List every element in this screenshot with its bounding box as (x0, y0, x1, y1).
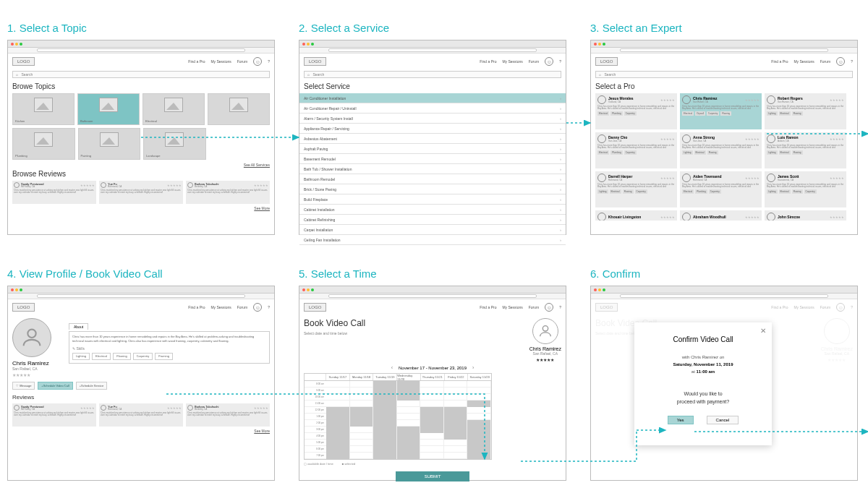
search-input[interactable]: ⌕ Search (595, 71, 853, 78)
topic-painting[interactable]: Painting (78, 128, 141, 160)
service-row[interactable]: Asphalt Paving› (299, 144, 566, 154)
service-row[interactable]: Basement Remodel› (299, 154, 566, 164)
message-button[interactable]: ♡ Message (12, 382, 35, 390)
step-1-label: 1. Select a Topic (7, 22, 87, 34)
expert-card[interactable]: Luis RamonAuburn, CA★★★★★Chris has more … (765, 132, 846, 168)
day-column[interactable] (420, 381, 444, 459)
review-card[interactable]: Barbara TakahashiBerkeley, CA★★★★★Chris … (186, 403, 270, 427)
help-icon[interactable]: ? (559, 305, 561, 309)
review-card[interactable]: Yue FuRichmond, CA★★★★★Chris matched my … (99, 181, 183, 204)
expert-card[interactable]: Jesus MoralesOakland, CA★★★★★Chris has m… (595, 93, 677, 129)
help-icon[interactable]: ? (851, 59, 853, 64)
day-column[interactable] (397, 381, 421, 459)
user-icon[interactable]: ☺ (545, 303, 553, 312)
day-column[interactable] (467, 381, 491, 459)
avatar-icon (682, 213, 691, 221)
expert-card[interactable]: Darrell HarperRichmond, CA★★★★★Chris has… (595, 171, 677, 207)
expert-card[interactable]: Khosair Livingston★★★★★ (595, 210, 677, 221)
next-week-button[interactable]: › (472, 365, 474, 370)
service-row[interactable]: Alarm / Security System Install› (299, 114, 566, 124)
about-tab[interactable]: About (69, 323, 88, 330)
avatar-icon (682, 95, 691, 104)
logo[interactable]: LOGO (595, 57, 618, 66)
help-icon[interactable]: ? (268, 59, 270, 64)
prev-week-button[interactable]: ‹ (391, 365, 393, 370)
help-icon[interactable]: ? (559, 59, 561, 64)
day-header: Wednesday 11/20 (397, 374, 421, 380)
expert-card[interactable]: James ScottSacramento, CA★★★★★Chris has … (765, 171, 846, 207)
service-row[interactable]: Build Fireplace› (299, 194, 566, 205)
review-card[interactable]: Sandy PrestwoodMill Valley, CA★★★★★Chris… (12, 181, 96, 204)
close-icon[interactable]: ✕ (760, 327, 766, 335)
nav-forum[interactable]: Forum (237, 59, 247, 64)
expert-card[interactable]: Danny ChoSan Jose, CA★★★★★Chris has more… (595, 132, 677, 168)
logo[interactable]: LOGO (12, 57, 35, 66)
service-row[interactable]: Carpet Installation› (299, 225, 566, 235)
see-more-link[interactable]: See More (12, 429, 270, 433)
logo[interactable]: LOGO (304, 303, 326, 312)
user-icon[interactable]: ☺ (545, 57, 553, 66)
see-all-services-link[interactable]: See All Services (12, 163, 270, 167)
review-card[interactable]: Barbara TakahashiBerkeley, CA★★★★★Chris … (186, 181, 270, 204)
expert-card[interactable]: Abraham Woodhull★★★★★ (680, 210, 762, 221)
chevron-right-icon: › (560, 137, 561, 141)
calendar-grid[interactable]: Sunday 11/17Monday 11/18Tuesday 11/19Wed… (304, 373, 492, 460)
service-row[interactable]: Bathroom Remodel› (299, 174, 566, 184)
service-row[interactable]: Air Conditioner Repair / Uninstall› (299, 103, 566, 114)
logo[interactable]: LOGO (12, 303, 35, 312)
expert-card[interactable]: Anna StrongSan Jose, CA★★★★★Chris has mo… (680, 132, 762, 168)
expert-card[interactable]: Robert RogersSan Ramon, CA★★★★★Chris has… (765, 93, 846, 129)
service-row[interactable]: Air Conditioner Installation› (299, 93, 566, 103)
review-card[interactable]: Sandy PrestwoodMill Valley, CA★★★★★Chris… (12, 403, 96, 427)
time-label: 6:00 pm (305, 446, 326, 453)
search-input[interactable]: ⌕ Search (304, 71, 561, 78)
browser-1: LOGO Find a Pro My Sessions Forum ☺ ? ⌕ … (7, 40, 275, 235)
expert-card[interactable]: John Simcoe★★★★★ (765, 210, 846, 221)
step-3-label: 3. Select an Expert (590, 22, 682, 34)
day-column[interactable] (350, 381, 374, 459)
schedule-video-button[interactable]: +Schedule Video Call (38, 382, 72, 390)
topic-plumbing[interactable]: Plumbing (12, 128, 75, 160)
topic-kitchen[interactable]: Kitchen (12, 93, 75, 125)
day-header: Monday 11/18 (350, 374, 374, 380)
service-row[interactable]: Ceiling Fan Installation› (299, 235, 566, 245)
cancel-button[interactable]: Cancel (707, 416, 739, 424)
submit-button[interactable]: SUBMIT (396, 471, 470, 481)
day-column[interactable] (444, 381, 468, 459)
yes-button[interactable]: Yes (668, 416, 694, 424)
service-row[interactable]: Asbestos Abatement› (299, 134, 566, 144)
nav-find-pro[interactable]: Find a Pro (188, 59, 205, 64)
legend-available: ▢ available date / time (304, 462, 333, 466)
user-icon[interactable]: ☺ (253, 303, 262, 312)
service-row[interactable]: Cabinet Refinishing› (299, 215, 566, 225)
topic-electrical[interactable]: Electrical (142, 93, 205, 125)
browser-5: LOGO Find a ProMy SessionsForum☺? Book V… (299, 286, 566, 481)
expert-loc: San Rafael, CA (529, 351, 561, 356)
step-5-label: 5. Select a Time (299, 267, 377, 280)
search-input[interactable]: ⌕ Search (12, 71, 270, 78)
user-icon[interactable]: ☺ (253, 57, 262, 66)
logo[interactable]: LOGO (304, 57, 326, 66)
expert-card[interactable]: Aiden TownsendRichmond, CA★★★★★Chris has… (680, 171, 762, 207)
schedule-service-button[interactable]: +Schedule Service (76, 382, 107, 390)
day-column[interactable] (326, 381, 350, 459)
service-row[interactable]: Brick / Stone Paving› (299, 184, 566, 194)
modal-date: Saturday, November 11, 2019 (646, 361, 760, 368)
topic-blank[interactable] (208, 93, 270, 125)
topics-heading: Browe Topics (12, 82, 270, 90)
review-card[interactable]: Yue FuRichmond, CA★★★★★Chris matched my … (99, 403, 183, 427)
topic-landscape[interactable]: Landscape (143, 128, 206, 160)
service-row[interactable]: Appliance Repair / Servicing› (299, 124, 566, 134)
expert-rating: ★★★★★ (529, 357, 561, 362)
day-column[interactable] (373, 381, 397, 459)
service-row[interactable]: Bath Tub / Shower Installation› (299, 164, 566, 174)
topic-bathroom[interactable]: Bathroom (77, 93, 140, 125)
time-label: 5:00 pm (305, 440, 326, 446)
expert-name: Chris Ramirez (529, 346, 561, 351)
see-more-link[interactable]: See More (12, 206, 270, 210)
service-row[interactable]: Cabinet Installation› (299, 205, 566, 215)
user-icon[interactable]: ☺ (836, 57, 845, 66)
help-icon[interactable]: ? (268, 305, 270, 309)
nav-sessions[interactable]: My Sessions (210, 59, 231, 64)
expert-card[interactable]: Chris RamirezSan Rafael, CA★★★★★Chris ha… (680, 93, 762, 129)
